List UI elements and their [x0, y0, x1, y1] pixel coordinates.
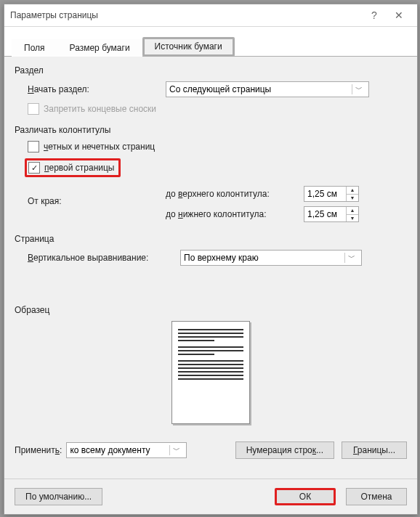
- row-suppress-endnotes: Запретить концевые сноски: [28, 103, 407, 115]
- tab-paper-source[interactable]: Источник бумаги: [142, 37, 235, 57]
- apply-combo[interactable]: ко всему документу ﹀: [66, 442, 187, 458]
- section-section-head: Раздел: [15, 65, 407, 76]
- dialog-footer: По умолчанию... ОК Отмена: [4, 479, 417, 514]
- combo-value: Со следующей страницы: [169, 84, 271, 94]
- headers-section-head: Различать колонтитулы: [15, 125, 407, 135]
- row-first-page: ✓ первой страницы первой страницы: [25, 158, 407, 177]
- chevron-down-icon: ﹀: [169, 445, 183, 455]
- header-distance-spinner[interactable]: 1,25 см ▲▼: [304, 186, 359, 202]
- spin-buttons[interactable]: ▲▼: [346, 207, 358, 221]
- odd-even-label: четных и нечетных страниц: [44, 142, 155, 152]
- combo-value: По верхнему краю: [184, 253, 259, 263]
- suppress-endnotes-checkbox: [28, 103, 39, 115]
- borders-button[interactable]: Границы... Границы...: [342, 441, 407, 459]
- page-setup-dialog: Параметры страницы ? ✕ Поля Размер бумаг…: [4, 4, 418, 515]
- cancel-button[interactable]: Отмена: [346, 488, 407, 505]
- row-odd-even: четных и нечетных страниц четных и нечет…: [28, 141, 407, 152]
- footer-distance-spinner[interactable]: 1,25 см ▲▼: [304, 206, 359, 222]
- window-title: Параметры страницы: [10, 10, 362, 20]
- combo-value: ко всему документу: [70, 445, 150, 455]
- tab-margins[interactable]: Поля: [12, 39, 57, 57]
- tab-label: Размер бумаги: [70, 43, 130, 53]
- preview-section-head: Образец: [15, 305, 407, 315]
- button-label: Нумерация строк...: [246, 445, 323, 455]
- odd-even-checkbox[interactable]: [28, 141, 39, 152]
- row-from-edge: От края: до верхнего колонтитула: до вер…: [28, 186, 407, 222]
- row-valign: Вертикальное выравнивание: Вертикальное …: [28, 250, 407, 266]
- tab-label: Источник бумаги: [155, 41, 222, 52]
- start-section-label: ННачать раздел:ачать раздел:: [28, 84, 166, 94]
- first-page-label: первой страницы: [44, 163, 114, 173]
- first-page-checkbox[interactable]: ✓: [28, 162, 40, 174]
- help-button[interactable]: ?: [362, 7, 387, 24]
- tabs: Поля Размер бумаги Источник бумаги: [4, 27, 417, 56]
- row-start-section: ННачать раздел:ачать раздел: Со следующе…: [28, 81, 407, 97]
- spin-buttons[interactable]: ▲▼: [346, 187, 358, 201]
- from-edge-label: От края:: [28, 186, 166, 206]
- page-section-head: Страница: [15, 234, 407, 244]
- ok-button[interactable]: ОК: [275, 488, 336, 505]
- chevron-down-icon: ﹀: [352, 84, 366, 94]
- chevron-down-icon: ﹀: [344, 253, 358, 263]
- button-label: ОК: [299, 492, 311, 502]
- line-numbers-button[interactable]: Нумерация строк... Нумерация строк...: [235, 441, 334, 459]
- button-label: По умолчанию...: [25, 492, 92, 502]
- valign-combo[interactable]: По верхнему краю ﹀: [180, 250, 362, 266]
- titlebar: Параметры страницы ? ✕: [4, 4, 417, 27]
- suppress-endnotes-label: Запретить концевые сноски: [44, 104, 156, 114]
- preview-page: [171, 321, 250, 424]
- client-area: Раздел ННачать раздел:ачать раздел: Со с…: [4, 56, 417, 479]
- spin-value: 1,25 см: [307, 189, 337, 199]
- valign-label: Вертикальное выравнивание:: [28, 253, 180, 263]
- tab-paper-size[interactable]: Размер бумаги: [57, 39, 142, 57]
- spin-value: 1,25 см: [307, 209, 337, 219]
- footer-distance-label: до нижнего колонтитула:: [166, 209, 304, 219]
- button-label: Отмена: [360, 492, 392, 502]
- apply-label: Применить:: [15, 445, 62, 455]
- start-section-combo[interactable]: Со следующей страницы ﹀: [166, 81, 369, 97]
- close-button[interactable]: ✕: [387, 7, 411, 24]
- default-button[interactable]: По умолчанию...: [15, 488, 102, 505]
- tab-label: Поля: [24, 43, 45, 53]
- header-distance-label: до верхнего колонтитула:: [166, 189, 304, 199]
- apply-row: Применить: Применить: ко всему документу…: [15, 441, 407, 459]
- button-label: Границы...: [353, 445, 395, 455]
